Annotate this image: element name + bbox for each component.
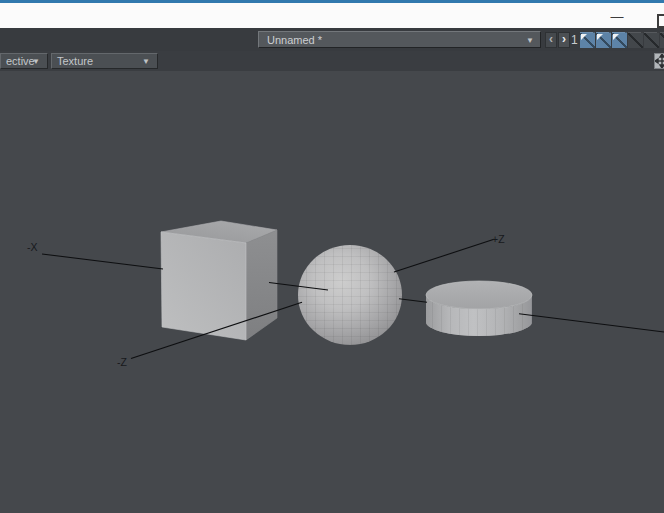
layer-slot-1[interactable] (580, 32, 595, 48)
minimize-button[interactable]: — (609, 6, 625, 26)
disc-object (426, 281, 532, 337)
layer-content-marker (613, 34, 619, 40)
window-titlebar: — (0, 3, 664, 29)
object-toolbar: Unnamed * ▼ ‹ › 1 (0, 28, 664, 52)
shading-mode-label: Texture (57, 55, 93, 67)
layer-slot-3[interactable] (612, 32, 627, 48)
layer-bank (580, 32, 664, 48)
prev-object-button[interactable]: ‹ (545, 32, 557, 48)
view-type-label: ective (6, 55, 35, 67)
axis-label-neg-x: -X (27, 241, 38, 253)
layer-slot-6[interactable] (660, 32, 664, 48)
next-object-button[interactable]: › (558, 32, 570, 48)
layer-slot-2[interactable] (596, 32, 611, 48)
shading-mode-dropdown[interactable]: Texture ▼ (51, 53, 158, 69)
chevron-down-icon: ▼ (32, 54, 40, 69)
sphere-object (298, 245, 402, 345)
current-object-dropdown[interactable]: Unnamed * ▼ (258, 31, 541, 48)
view-type-dropdown[interactable]: ective ▼ (0, 53, 48, 69)
app-window: { "icons": { "dropdown_arrow": "▼", "pre… (0, 0, 664, 513)
viewport-pan-icon[interactable] (654, 53, 664, 69)
chevron-down-icon: ▼ (526, 32, 534, 49)
axis-label-neg-z: -Z (117, 356, 127, 368)
axis-label-pos-z: +Z (492, 233, 505, 245)
layer-content-marker (597, 34, 603, 40)
cube-object (161, 221, 277, 340)
maximize-button[interactable] (657, 14, 664, 28)
layer-content-marker (581, 34, 587, 40)
layer-bank-number: 1 (571, 32, 578, 48)
layer-slot-4[interactable] (628, 32, 643, 48)
view-toolbar: ective ▼ Texture ▼ (0, 51, 664, 72)
scene-render: -X +Z -Z (0, 71, 664, 513)
viewport-canvas[interactable]: -X +Z -Z (0, 71, 664, 513)
chevron-down-icon: ▼ (142, 54, 150, 69)
layer-slot-5[interactable] (644, 32, 659, 48)
current-object-label: Unnamed * (267, 34, 322, 46)
